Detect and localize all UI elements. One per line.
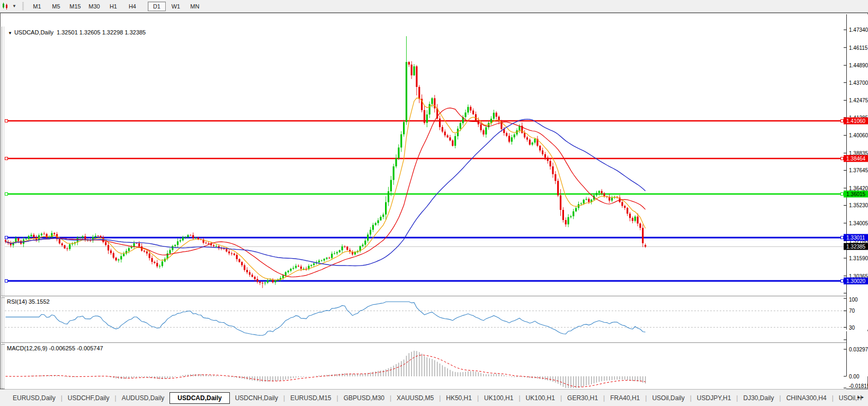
hline-handle[interactable] [5,157,8,160]
candle-body [439,119,441,127]
candle-body [449,137,451,140]
main-price-pane[interactable]: ▼USDCAD,Daily 1.32501 1.32605 1.32298 1.… [5,27,846,296]
candle-body [464,112,466,117]
candle-body [172,246,173,250]
chart-tab-EURUSD-Daily[interactable]: EURUSD,Daily [7,393,61,403]
timeframe-button-M30[interactable]: M30 [85,2,103,11]
chart-tab-USDJPY-H1[interactable]: USDJPY,H1 [692,393,736,403]
hline-handle[interactable] [5,120,8,122]
chevron-down-icon[interactable]: ▼ [12,4,16,8]
level-price-label[interactable]: 1.41060 [844,118,868,125]
candle-body [59,239,60,243]
timeframe-button-H1[interactable]: H1 [104,2,122,11]
chart-tab-EURUSD-M15[interactable]: EURUSD,M15 [285,393,336,403]
candle-body [395,158,397,166]
triangle-down-icon[interactable]: ▼ [8,31,12,36]
hline-handle[interactable] [841,280,844,283]
chart-tab-UK100-H1[interactable]: UK100,H1 [521,393,560,403]
candle-body [406,62,407,122]
macd-indicator-pane[interactable]: MACD(12,26,9) -0.006255 -0.005747 [5,344,846,389]
candle-body [336,252,338,253]
macd-axis: 0.0329720.00-0.01815 [846,331,868,376]
rsi-axis-label: 100 [849,297,858,303]
level-price-label[interactable]: 1.30020 [844,278,868,285]
level-price-label[interactable]: 1.36015 [844,191,868,198]
candle-body [295,266,297,268]
macd-indicator-label: MACD(12,26,9) -0.006255 -0.005747 [7,345,103,351]
candle-body [511,137,513,142]
candle-body [454,136,456,146]
candle-body [416,66,417,87]
candle-body [334,253,335,254]
candle-body [262,283,263,284]
candle-body [123,254,124,257]
chart-tab-FRA40-H1[interactable]: FRA40,H1 [605,393,645,403]
candle-body [51,233,52,237]
hline-handle[interactable] [841,236,844,239]
candle-body [567,217,569,225]
timeframe-button-M5[interactable]: M5 [47,2,65,11]
candle-body [270,280,271,280]
candle-body [583,200,585,204]
candle-body [552,166,553,174]
chart-tab-DJ30-Daily[interactable]: DJ30,Daily [738,393,779,403]
chart-tab-GBPUSD-M30[interactable]: GBPUSD,M30 [338,393,390,403]
candle-body [285,272,287,276]
timeframe-button-M15[interactable]: M15 [66,2,84,11]
candle-body [149,253,150,258]
candle-body [624,206,625,208]
chart-window-left-edge [2,27,4,402]
chart-tab-HK50-H1[interactable]: HK50,H1 [441,393,477,403]
candle-body [467,107,469,113]
candle-body [344,246,345,247]
chart-tab-GER30-H1[interactable]: GER30,H1 [562,393,603,403]
candle-body [310,265,312,266]
candle-body [554,174,556,181]
chart-tab-XAUUSD-M5[interactable]: XAUUSD,M5 [391,393,439,403]
candle-body [601,191,603,193]
candle-body [480,125,482,130]
level-price-label[interactable]: 1.33011 [844,234,868,241]
hline-handle[interactable] [5,280,8,283]
hline-handle[interactable] [841,120,844,122]
chart-tab-USOil-Daily[interactable]: USOil,Daily [647,393,690,403]
hline-handle[interactable] [841,157,844,160]
chart-tab-UK100-H1[interactable]: UK100,H1 [479,393,518,403]
timeframe-button-W1[interactable]: W1 [167,2,185,11]
candle-body [274,280,276,283]
rsi-indicator-pane[interactable]: RSI(14) 35.1552 [5,297,846,342]
triangle-right-icon[interactable]: ▸ [861,394,866,400]
candle-body [375,223,377,225]
candle-body [131,247,132,248]
timeframe-button-H4[interactable]: H4 [123,2,141,11]
candle-body [288,271,289,272]
candlestick-chart-icon[interactable] [2,2,11,11]
candle-body [33,235,34,237]
candle-body [621,202,623,206]
timeframe-button-MN[interactable]: MN [186,2,204,11]
timeframe-button-D1[interactable]: D1 [148,2,166,11]
candle-body [645,245,646,246]
mt4-application-window: ▼ M1M5M15M30H1H4D1W1MN ▼USDCAD,Daily 1.3… [0,0,868,406]
candle-body [331,254,333,258]
chart-tab-USDCAD-Daily[interactable]: USDCAD,Daily [169,392,229,404]
chart-tab-AUDUSD-Daily[interactable]: AUDUSD,Daily [117,393,170,403]
candle-body [223,249,225,249]
level-price-label[interactable]: 1.38464 [844,155,868,162]
chart-tab-USDCNH-Daily[interactable]: USDCNH,Daily [230,393,283,403]
timeframe-button-M1[interactable]: M1 [28,2,46,11]
timeframe-toolbar: ▼ M1M5M15M30H1H4D1W1MN [0,0,868,13]
candle-body [557,181,559,195]
hline-handle[interactable] [5,236,8,239]
chart-tab-USDCHF-Daily[interactable]: USDCHF,Daily [62,393,115,403]
mid-ma-line [6,108,646,277]
candle-body [53,233,55,234]
candle-body [493,113,495,119]
candle-body [292,268,294,269]
hline-handle[interactable] [841,193,844,196]
hline-handle[interactable] [5,193,8,196]
candle-body [120,256,122,259]
price-chart-canvas[interactable] [5,27,846,296]
candle-body [205,243,207,243]
chart-tab-CHINA300-H4[interactable]: CHINA300,H4 [781,393,832,403]
